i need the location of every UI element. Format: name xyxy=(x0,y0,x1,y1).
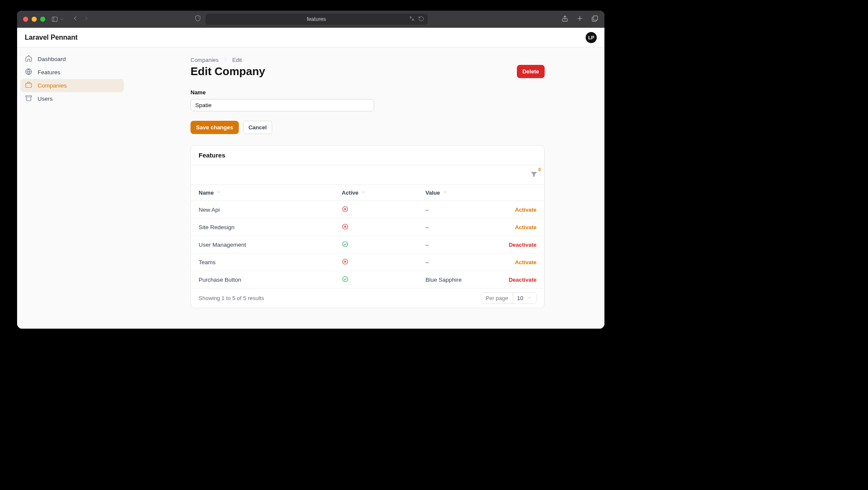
name-input[interactable] xyxy=(191,99,374,111)
svg-rect-0 xyxy=(52,17,57,22)
reload-icon[interactable] xyxy=(418,16,424,23)
column-value[interactable]: Value xyxy=(425,190,485,196)
column-name[interactable]: Name xyxy=(199,190,342,196)
table-footer: Showing 1 to 5 of 5 results Per page 10 xyxy=(191,289,544,308)
sidebar-item-features[interactable]: Features xyxy=(21,66,124,79)
feature-value: – xyxy=(425,224,485,230)
chevron-right-icon xyxy=(223,57,228,63)
save-button[interactable]: Save changes xyxy=(191,121,239,134)
feature-value: Blue Sapphire xyxy=(425,277,485,283)
svg-point-19 xyxy=(343,277,348,282)
deactivate-link[interactable]: Deactivate xyxy=(509,277,537,283)
back-button[interactable] xyxy=(72,15,79,23)
filter-button[interactable]: 0 xyxy=(531,171,537,179)
sidebar-item-label: Users xyxy=(38,96,53,102)
sidebar-item-label: Features xyxy=(38,69,60,76)
sidebar-item-users[interactable]: Users xyxy=(21,92,124,105)
breadcrumb: Companies Edit xyxy=(191,57,545,63)
table-row: New Api – Activate xyxy=(191,201,544,219)
feature-name: Teams xyxy=(199,259,342,265)
activate-link[interactable]: Activate xyxy=(515,207,537,213)
panel-title: Features xyxy=(191,146,544,165)
x-circle-icon xyxy=(342,258,349,265)
app-brand: Laravel Pennant xyxy=(25,34,78,41)
per-page-selector[interactable]: Per page 10 xyxy=(481,292,537,304)
table-row: Purchase Button Blue Sapphire Deactivate xyxy=(191,271,544,289)
activate-link[interactable]: Activate xyxy=(515,259,537,265)
results-summary: Showing 1 to 5 of 5 results xyxy=(199,295,264,301)
browser-window: features Laravel Pennant LP Dashboard xyxy=(17,11,604,329)
main-content: Companies Edit Edit Company Delete Name … xyxy=(127,47,604,329)
tabs-overview-icon[interactable] xyxy=(591,15,598,24)
feature-name: User Management xyxy=(199,242,342,248)
avatar[interactable]: LP xyxy=(586,32,597,43)
forward-button[interactable] xyxy=(83,15,90,23)
sidebar-toggle-button[interactable] xyxy=(51,16,64,23)
sidebar-item-companies[interactable]: Companies xyxy=(21,79,124,92)
share-icon[interactable] xyxy=(561,15,569,24)
svg-rect-5 xyxy=(593,16,598,20)
feature-name: Purchase Button xyxy=(199,277,342,283)
sidebar-item-label: Dashboard xyxy=(38,56,66,62)
feature-name: New Api xyxy=(199,207,342,213)
feature-value: – xyxy=(425,259,485,265)
per-page-value: 10 xyxy=(517,295,523,301)
features-panel: Features 0 Name Active xyxy=(191,145,545,308)
table-row: User Management – Deactivate xyxy=(191,236,544,254)
browser-titlebar: features xyxy=(17,11,604,28)
chevron-down-icon xyxy=(527,295,532,301)
x-circle-icon xyxy=(342,206,349,213)
svg-point-15 xyxy=(343,242,348,247)
address-bar[interactable]: features xyxy=(205,14,428,25)
chevron-down-icon xyxy=(216,190,221,196)
breadcrumb-parent[interactable]: Companies xyxy=(191,57,219,63)
svg-rect-8 xyxy=(26,96,32,97)
traffic-lights xyxy=(23,17,45,22)
feature-name: Site Redesign xyxy=(199,224,342,230)
home-icon xyxy=(25,55,32,64)
filter-badge: 0 xyxy=(538,167,541,172)
table-row: Teams – Activate xyxy=(191,254,544,271)
sidebar-item-dashboard[interactable]: Dashboard xyxy=(21,52,124,66)
new-tab-icon[interactable] xyxy=(576,15,584,24)
feature-value: – xyxy=(425,207,485,213)
chevron-down-icon xyxy=(361,190,366,196)
chevron-down-icon xyxy=(443,190,448,196)
sidebar: Dashboard Features Companies Users xyxy=(17,47,127,329)
zoom-window-button[interactable] xyxy=(40,17,45,22)
archive-icon xyxy=(25,94,32,103)
deactivate-link[interactable]: Deactivate xyxy=(509,242,537,248)
address-text: features xyxy=(307,16,326,22)
delete-button[interactable]: Delete xyxy=(517,65,545,78)
per-page-label: Per page xyxy=(481,293,513,303)
minimize-window-button[interactable] xyxy=(32,17,37,22)
flag-icon xyxy=(25,68,32,77)
close-window-button[interactable] xyxy=(23,17,28,22)
sidebar-item-label: Companies xyxy=(38,82,67,89)
table-row: Site Redesign – Activate xyxy=(191,219,544,236)
check-circle-icon xyxy=(342,241,349,248)
shield-icon xyxy=(194,15,201,23)
feature-value: – xyxy=(425,242,485,248)
filter-bar: 0 xyxy=(191,165,544,185)
activate-link[interactable]: Activate xyxy=(515,224,537,230)
breadcrumb-current: Edit xyxy=(232,57,242,63)
page-title: Edit Company xyxy=(191,65,265,78)
table-header: Name Active Value xyxy=(191,185,544,201)
column-active[interactable]: Active xyxy=(342,190,425,196)
x-circle-icon xyxy=(342,223,349,230)
name-label: Name xyxy=(191,89,545,96)
app-header: Laravel Pennant LP xyxy=(17,28,604,47)
translate-icon[interactable] xyxy=(409,16,415,23)
check-circle-icon xyxy=(342,276,349,283)
cancel-button[interactable]: Cancel xyxy=(243,121,273,134)
briefcase-icon xyxy=(25,81,32,90)
svg-rect-7 xyxy=(26,83,32,88)
